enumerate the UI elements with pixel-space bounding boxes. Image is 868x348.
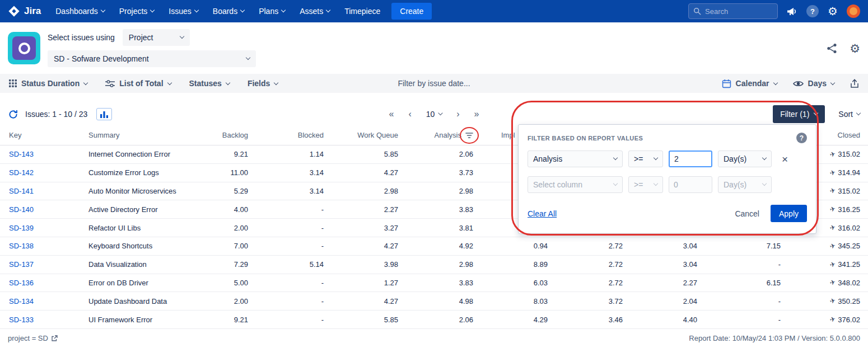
page-size-select[interactable]: 10 [426, 110, 442, 119]
top-navigation: Jira DashboardsProjectsIssuesBoardsPlans… [0, 0, 868, 22]
filter-value-input[interactable] [669, 151, 712, 167]
user-avatar[interactable] [847, 4, 860, 18]
first-page-button[interactable]: « [389, 110, 394, 119]
nav-item-label: Boards [213, 7, 237, 16]
filter-help-icon[interactable]: ? [796, 133, 807, 143]
units-select[interactable]: Days [793, 79, 834, 88]
plane-icon: ✈ [829, 315, 837, 324]
nav-item-dashboards[interactable]: Dashboards [55, 7, 105, 16]
filter-button[interactable]: Filter (1) [773, 105, 825, 123]
units-label: Days [808, 79, 827, 88]
column-header-key[interactable]: Key [9, 131, 88, 139]
issue-key-link[interactable]: SD-139 [9, 224, 88, 232]
statuses-label: Statuses [189, 79, 222, 88]
chevron-down-icon [654, 181, 658, 186]
last-page-button[interactable]: » [474, 110, 479, 119]
plane-icon: ✈ [829, 278, 837, 287]
chevron-down-icon [613, 181, 618, 186]
date-filter-input[interactable]: Filter by issue date... [398, 79, 470, 88]
search-input[interactable] [705, 7, 768, 16]
duration-cell: 4.40 [623, 316, 697, 324]
filter-operator-select[interactable]: >= [628, 151, 663, 167]
column-header-summary[interactable]: Summary [88, 131, 178, 139]
filter-column-select[interactable]: Analysis [528, 151, 623, 167]
apply-button[interactable]: Apply [771, 205, 807, 222]
share-icon[interactable] [827, 43, 837, 54]
duration-cell: 4.27 [324, 242, 398, 250]
chevron-down-icon [101, 8, 105, 12]
help-icon[interactable]: ? [806, 5, 819, 17]
scope-select[interactable]: Project [123, 29, 190, 46]
table-row: SD-133UI Framework Error9.21-5.852.064.2… [0, 311, 868, 329]
filter-unit-value: Day(s) [724, 154, 746, 163]
nav-item-issues[interactable]: Issues [169, 7, 198, 16]
app-root: Jira DashboardsProjectsIssuesBoardsPlans… [0, 0, 868, 348]
closed-value: 316.25 [838, 205, 860, 214]
issue-key-link[interactable]: SD-134 [9, 297, 88, 305]
announcement-icon[interactable] [787, 7, 797, 16]
nav-item-boards[interactable]: Boards [213, 7, 244, 16]
calendar-select[interactable]: Calendar [722, 79, 777, 88]
closed-value: 376.02 [838, 316, 860, 324]
issue-key-link[interactable]: SD-142 [9, 168, 88, 177]
statuses-select[interactable]: Statuses [189, 79, 230, 88]
issue-key-link[interactable]: SD-141 [9, 187, 88, 195]
plane-icon: ✈ [829, 186, 837, 195]
issue-key-link[interactable]: SD-137 [9, 260, 88, 269]
sort-button[interactable]: Sort [838, 110, 860, 119]
report-type-select[interactable]: Status Duration [9, 79, 87, 88]
issue-key-link[interactable]: SD-143 [9, 150, 88, 158]
remove-filter-icon[interactable]: × [782, 154, 788, 164]
nav-item-timepiece[interactable]: Timepiece [344, 7, 380, 16]
settings-icon[interactable]: ⚙ [828, 6, 838, 17]
gear-icon[interactable]: ⚙ [850, 43, 860, 54]
column-header-backlog[interactable]: Backlog [178, 131, 248, 139]
table-row: SD-136Error on DB Driver5.00-1.273.836.0… [0, 274, 868, 293]
sort-label: Sort [838, 110, 853, 119]
filter-unit-select-2[interactable]: Day(s) [718, 176, 772, 193]
table-row: SD-138Keyboard Shortcuts7.00-4.274.920.9… [0, 237, 868, 256]
search-box[interactable] [688, 3, 778, 19]
export-icon[interactable] [850, 79, 859, 88]
issues-count: Issues: 1 - 10 / 23 [25, 110, 87, 119]
filter-operator-select-2[interactable]: >= [628, 176, 663, 193]
nav-item-projects[interactable]: Projects [119, 7, 155, 16]
chevron-down-icon [274, 81, 278, 85]
chevron-down-icon [226, 81, 230, 85]
chart-view-button[interactable] [96, 108, 112, 120]
issue-key-link[interactable]: SD-133 [9, 316, 88, 324]
issue-summary: Refactor UI Libs [88, 224, 178, 232]
duration-cell: 2.06 [398, 150, 473, 158]
nav-item-label: Projects [119, 7, 148, 16]
issue-key-link[interactable]: SD-136 [9, 279, 88, 287]
filter-value-input-2[interactable] [669, 176, 712, 193]
column-filter-icon[interactable] [465, 132, 473, 139]
jira-logo[interactable]: Jira [8, 5, 41, 17]
filter-column-select-2[interactable]: Select column [528, 176, 623, 193]
create-button[interactable]: Create [391, 3, 432, 20]
prev-page-button[interactable]: ‹ [408, 110, 411, 119]
next-page-button[interactable]: › [456, 110, 459, 119]
filter-unit-select[interactable]: Day(s) [718, 151, 772, 167]
duration-cell: - [248, 242, 324, 250]
column-header-analysis[interactable]: Analysis [398, 131, 473, 139]
column-header-work-queue[interactable]: Work Queue [324, 131, 398, 139]
issue-summary: Update Dashboard Data [88, 297, 178, 305]
duration-cell: - [697, 260, 781, 269]
nav-item-assets[interactable]: Assets [300, 7, 330, 16]
nav-item-label: Dashboards [55, 7, 98, 16]
issue-key-link[interactable]: SD-140 [9, 205, 88, 214]
external-link-icon[interactable] [51, 335, 58, 342]
refresh-icon[interactable] [8, 109, 18, 120]
cancel-button[interactable]: Cancel [735, 209, 759, 218]
duration-cell: 3.72 [548, 297, 623, 305]
fields-select[interactable]: Fields [248, 79, 278, 88]
nav-item-plans[interactable]: Plans [259, 7, 285, 16]
project-select[interactable]: SD - Sofware Development [48, 50, 256, 67]
column-header-label: Analysis [435, 131, 461, 139]
column-header-blocked[interactable]: Blocked [248, 131, 324, 139]
list-type-select[interactable]: List of Total [105, 79, 171, 88]
issue-key-link[interactable]: SD-138 [9, 242, 88, 250]
clear-all-link[interactable]: Clear All [528, 209, 557, 218]
chevron-down-icon [167, 81, 171, 85]
